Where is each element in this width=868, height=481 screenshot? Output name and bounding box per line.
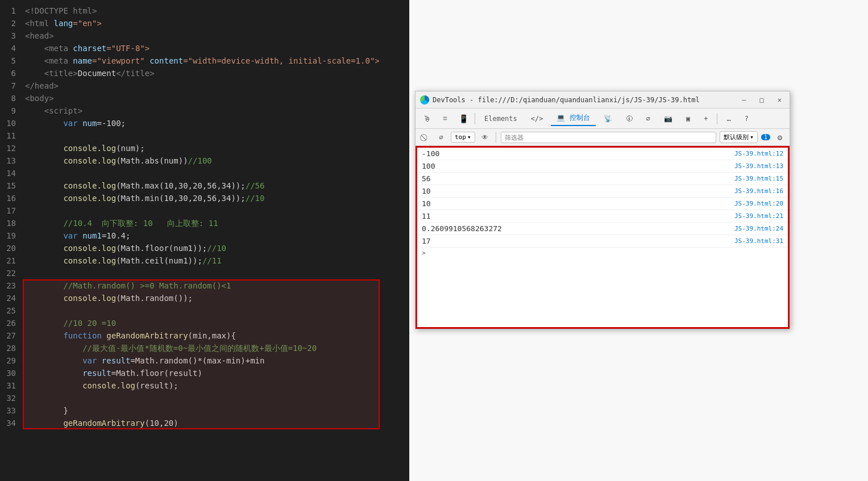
console-source-link[interactable]: JS-39.html:16: [734, 187, 783, 195]
toolbar-separator-1: [475, 113, 475, 124]
code-line: [23, 304, 380, 317]
tab-wifi[interactable]: 🛈: [620, 112, 638, 125]
device-icon[interactable]: 📱: [455, 111, 471, 127]
tab-more[interactable]: +: [698, 112, 713, 125]
line-number: 33: [0, 404, 16, 417]
tab-network[interactable]: 📡: [598, 112, 618, 125]
tab-memory[interactable]: 📷: [658, 112, 678, 125]
line-number: 34: [0, 417, 16, 429]
line-number: 20: [0, 242, 16, 254]
tab-help[interactable]: ?: [739, 112, 754, 125]
console-separator: [496, 132, 496, 143]
line-number: 9: [0, 104, 16, 117]
top-context-dropdown[interactable]: top ▾: [451, 132, 475, 143]
line-number: 5: [0, 55, 16, 67]
line-number: 15: [0, 179, 16, 192]
code-line: </head>: [23, 80, 380, 92]
close-button[interactable]: ✕: [774, 95, 785, 105]
tab-sources[interactable]: </>: [525, 112, 549, 125]
minimize-button[interactable]: –: [738, 95, 749, 105]
tab-performance[interactable]: ⌀: [641, 112, 656, 125]
console-row[interactable]: 10JS-39.html:16: [417, 185, 788, 198]
no-icon[interactable]: ∅: [435, 131, 447, 144]
console-source-link[interactable]: JS-39.html:24: [734, 225, 783, 232]
line-number: 4: [0, 42, 16, 55]
code-line: //最大值-最小值*随机数=0~最小值之间的随机数+最小值=10~20: [23, 342, 380, 354]
inspect-icon[interactable]: ⌗: [437, 111, 453, 127]
devtools-title-right: – □ ✕: [738, 95, 785, 105]
console-row[interactable]: 17JS-39.html:31: [417, 235, 788, 248]
console-row[interactable]: 10JS-39.html:20: [417, 198, 788, 210]
log-level-dropdown[interactable]: 默认级别 ▾: [720, 131, 758, 143]
code-line: <html lang="en">: [23, 17, 380, 30]
console-value: 17: [422, 237, 431, 245]
console-source-link[interactable]: JS-39.html:20: [734, 200, 783, 207]
devtools-panel: DevTools - file:///D:/qianduan/quanduanl…: [409, 0, 868, 481]
line-number: 29: [0, 354, 16, 367]
maximize-button[interactable]: □: [757, 95, 767, 105]
code-line: geRandomArbitrary(10,20): [23, 417, 380, 429]
filter-input[interactable]: [501, 132, 717, 143]
line-number: 25: [0, 304, 16, 317]
console-expand-arrow[interactable]: >: [417, 248, 788, 258]
console-row[interactable]: 100JS-39.html:13: [417, 160, 788, 173]
console-output: -100JS-39.html:12100JS-39.html:1356JS-39…: [416, 146, 790, 329]
code-line: result=Math.floor(result): [23, 367, 380, 379]
devtools-window: DevTools - file:///D:/qianduan/quanduanl…: [415, 91, 790, 329]
line-number: 6: [0, 67, 16, 80]
line-number: 7: [0, 80, 16, 92]
code-line: [23, 204, 380, 217]
code-line: function geRandomArbitrary(min,max){: [23, 329, 380, 342]
code-content: <!DOCTYPE html><html lang="en"><head> <m…: [23, 0, 380, 434]
code-line: //Math.random() >=0 Math.random()<1: [23, 279, 380, 292]
code-line: <title>Document</title>: [23, 67, 380, 80]
line-number: 18: [0, 217, 16, 229]
line-number: 28: [0, 342, 16, 354]
code-line: console.log(Math.abs(num))//100: [23, 154, 380, 167]
code-line: <meta name="viewport" content="width=dev…: [23, 55, 380, 67]
tab-console[interactable]: 💻 控制台: [551, 111, 595, 126]
line-number: 23: [0, 279, 16, 292]
code-line: console.log(Math.floor(num1));//10: [23, 242, 380, 254]
toolbar-separator-2: [717, 113, 717, 124]
console-source-link[interactable]: JS-39.html:21: [734, 212, 783, 220]
code-line: var num=-100;: [23, 117, 380, 129]
line-number: 16: [0, 192, 16, 204]
tab-elements[interactable]: Elements: [479, 112, 523, 125]
console-row[interactable]: -100JS-39.html:12: [417, 148, 788, 160]
line-number: 12: [0, 142, 16, 154]
eye-icon[interactable]: 👁: [479, 131, 491, 144]
top-label: top: [455, 133, 466, 141]
line-number: 8: [0, 92, 16, 104]
clear-console-button[interactable]: ⃠: [419, 131, 431, 144]
devtools-titlebar: DevTools - file:///D:/qianduan/quanduanl…: [416, 91, 790, 108]
code-area: 1234567891011121314151617181920212223242…: [0, 0, 409, 481]
console-source-link[interactable]: JS-39.html:12: [734, 150, 783, 157]
console-row[interactable]: 56JS-39.html:15: [417, 173, 788, 185]
console-value: 100: [422, 162, 435, 170]
chevron-down-icon: ▾: [467, 133, 471, 141]
editor-wrapper: <!DOCTYPE html><html lang="en"><head> <m…: [23, 0, 380, 481]
code-line: console.log(Math.min(10,30,20,56,34));//…: [23, 192, 380, 204]
devtools-main-toolbar: 🖰 ⌗ 📱 Elements </> 💻 控制台 📡 🛈 ⌀ 📷 ▣ + … ?: [416, 108, 790, 129]
line-number: 22: [0, 267, 16, 279]
line-number: 19: [0, 229, 16, 242]
tab-application[interactable]: ▣: [680, 112, 696, 125]
console-row[interactable]: 0.2609910568263272JS-39.html:24: [417, 223, 788, 235]
console-source-link[interactable]: JS-39.html:15: [734, 175, 783, 182]
code-line: console.log(result);: [23, 379, 380, 392]
settings-icon[interactable]: ⚙: [774, 131, 786, 144]
console-value: 56: [422, 174, 431, 183]
console-row[interactable]: 11JS-39.html:21: [417, 210, 788, 223]
console-source-link[interactable]: JS-39.html:31: [734, 237, 783, 245]
line-number: 27: [0, 329, 16, 342]
pointer-icon[interactable]: 🖰: [419, 111, 435, 127]
line-number: 11: [0, 129, 16, 142]
tab-ellipsis[interactable]: …: [721, 112, 736, 125]
console-value: 11: [422, 212, 431, 220]
error-badge: 1: [761, 134, 770, 140]
line-number: 10: [0, 117, 16, 129]
code-line: [23, 392, 380, 404]
console-source-link[interactable]: JS-39.html:13: [734, 162, 783, 170]
line-number: 30: [0, 367, 16, 379]
